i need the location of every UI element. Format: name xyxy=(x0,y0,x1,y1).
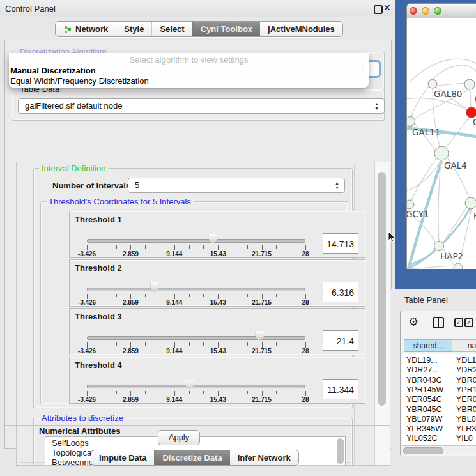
algorithm-option-equal-width[interactable]: Equal Width/Frequency Discretization xyxy=(10,76,149,86)
vertical-scrollbar[interactable] xyxy=(374,162,390,465)
table-panel-section: Table Panel ⚙ ✓ ✓ shared... na YDL19...Y… xyxy=(391,289,476,476)
close-icon[interactable]: ✕ xyxy=(383,3,391,13)
column-header-name[interactable]: na xyxy=(452,339,476,352)
minor-tick xyxy=(116,342,117,346)
threshold-title: Threshold 4 xyxy=(75,360,122,370)
network-edge[interactable] xyxy=(410,59,476,82)
checkbox-checked-icon[interactable]: ✓ xyxy=(464,318,473,327)
close-traffic-light-icon[interactable] xyxy=(410,7,417,15)
apply-button[interactable]: Apply xyxy=(158,430,200,445)
tab-impute-data[interactable]: Impute Data xyxy=(91,450,154,465)
settings-scroll-area: Interval Definition Number of Intervals … xyxy=(16,162,390,466)
threshold-value-box[interactable]: 21.4 xyxy=(323,330,358,351)
network-edge[interactable] xyxy=(411,158,436,201)
major-tick xyxy=(218,391,219,396)
threshold-value-box[interactable]: 14.713 xyxy=(323,233,358,254)
table-row[interactable]: YIL052CYIL0 xyxy=(402,434,476,443)
network-edge[interactable] xyxy=(443,207,467,243)
threshold-panel-4: Threshold 4-3.4262.8599.14415.4321.71528… xyxy=(69,357,365,404)
tab-infer-network[interactable]: Infer Network xyxy=(230,450,298,465)
network-edge[interactable] xyxy=(407,98,466,110)
tick-label: 21.715 xyxy=(246,396,278,403)
interval-definition-label: Interval Definition xyxy=(39,164,108,173)
tab-label: Select xyxy=(160,24,184,34)
network-node[interactable] xyxy=(428,79,437,88)
minor-tick xyxy=(145,294,146,297)
minor-tick xyxy=(160,294,160,297)
tab-discretize-data[interactable]: Discretize Data xyxy=(154,450,229,465)
slider-track[interactable] xyxy=(87,336,305,340)
slider-track[interactable] xyxy=(87,288,305,291)
network-node[interactable] xyxy=(407,200,414,209)
cell-shared-name: YDL19... xyxy=(406,356,438,365)
minor-tick xyxy=(233,294,233,297)
tick-label: 2.859 xyxy=(114,299,146,306)
threshold-value-box[interactable]: 6.316 xyxy=(323,282,358,302)
split-columns-icon[interactable] xyxy=(433,317,444,328)
vertical-scrollbar-thumb[interactable] xyxy=(378,172,386,406)
threshold-value-box[interactable]: 11.344 xyxy=(323,379,358,399)
minor-tick xyxy=(233,391,233,394)
minor-tick xyxy=(203,391,204,394)
minor-tick xyxy=(291,342,291,346)
tab-cyni-toolbox[interactable]: Cyni Toolbox xyxy=(192,22,260,36)
network-node[interactable] xyxy=(464,79,475,89)
network-node[interactable] xyxy=(454,263,463,269)
network-view-canvas[interactable]: GAL80GCGAL11GAL4GCY1HHAP2 xyxy=(406,18,476,269)
network-node[interactable] xyxy=(407,117,415,127)
major-tick xyxy=(305,294,306,299)
tab-style[interactable]: Style xyxy=(116,22,151,36)
network-edge[interactable] xyxy=(436,83,465,86)
table-row[interactable]: YER054CYER0 xyxy=(402,395,476,404)
major-tick xyxy=(174,342,175,348)
column-header-shared-name[interactable]: shared... xyxy=(404,339,452,352)
tab-select[interactable]: Select xyxy=(151,22,192,36)
network-node[interactable] xyxy=(466,107,476,118)
network-edge[interactable] xyxy=(433,65,476,79)
mouse-cursor-icon xyxy=(388,231,395,243)
minimize-traffic-light-icon[interactable] xyxy=(422,7,429,15)
table-row[interactable]: YLR345WYLR3 xyxy=(402,424,476,434)
major-tick xyxy=(262,391,263,396)
network-edge[interactable] xyxy=(411,86,429,117)
slider-track[interactable] xyxy=(87,385,305,388)
float-window-icon[interactable] xyxy=(374,5,383,14)
number-of-intervals-label: Number of Intervals xyxy=(52,181,130,190)
horizontal-scrollbar-thumb[interactable] xyxy=(403,447,443,454)
tab-label: Infer Network xyxy=(238,453,291,463)
minor-tick xyxy=(102,391,102,394)
minor-tick xyxy=(116,391,117,394)
tab-jactivemnodules[interactable]: jActiveMNodules xyxy=(260,22,342,36)
zoom-traffic-light-icon[interactable] xyxy=(434,7,441,15)
table-row[interactable]: YBR043CYBR0 xyxy=(402,376,476,385)
checkbox-checked-icon[interactable]: ✓ xyxy=(454,318,463,327)
spinner-stepper-icon: ▲▼ xyxy=(335,181,339,190)
node-label: GAL4 xyxy=(444,160,467,171)
slider-track[interactable] xyxy=(87,239,305,243)
network-node[interactable] xyxy=(465,197,476,209)
horizontal-scrollbar[interactable] xyxy=(402,445,476,454)
cell-shared-name: YLR345W xyxy=(406,424,443,434)
tick-label: 9.144 xyxy=(158,396,190,403)
major-tick xyxy=(87,391,88,396)
network-node[interactable] xyxy=(434,146,449,160)
table-row[interactable]: YDR27...YDR2 xyxy=(402,365,476,375)
network-icon xyxy=(63,25,72,34)
threshold-title: Threshold 3 xyxy=(75,312,122,321)
algorithm-option-manual[interactable]: Manual Discretization xyxy=(10,66,96,75)
table-row[interactable]: YPR145WYPR1 xyxy=(402,385,476,395)
gear-icon[interactable]: ⚙ xyxy=(408,316,418,328)
tab-network[interactable]: Network xyxy=(56,22,116,36)
table-row[interactable]: YDL19...YDL1 xyxy=(402,356,476,365)
network-window-titlebar[interactable] xyxy=(406,3,476,19)
table-row[interactable]: YBL079WYBL0 xyxy=(402,415,476,424)
table-rows[interactable]: YDL19...YDL1YDR27...YDR2YBR043CYBR0YPR14… xyxy=(402,354,476,445)
table-header-row: shared... na xyxy=(404,339,476,352)
table-row[interactable]: YBR045CYBR0 xyxy=(402,405,476,415)
network-node[interactable] xyxy=(434,242,444,251)
major-tick xyxy=(262,342,263,348)
table-data-combobox[interactable]: galFiltered.sif default node ▲▼ xyxy=(18,98,385,114)
number-of-intervals-spinner[interactable]: 5 ▲▼ xyxy=(128,178,345,193)
algorithm-placeholder-option[interactable]: Select algorithm to view settings xyxy=(9,55,369,65)
network-edge[interactable] xyxy=(470,90,471,107)
